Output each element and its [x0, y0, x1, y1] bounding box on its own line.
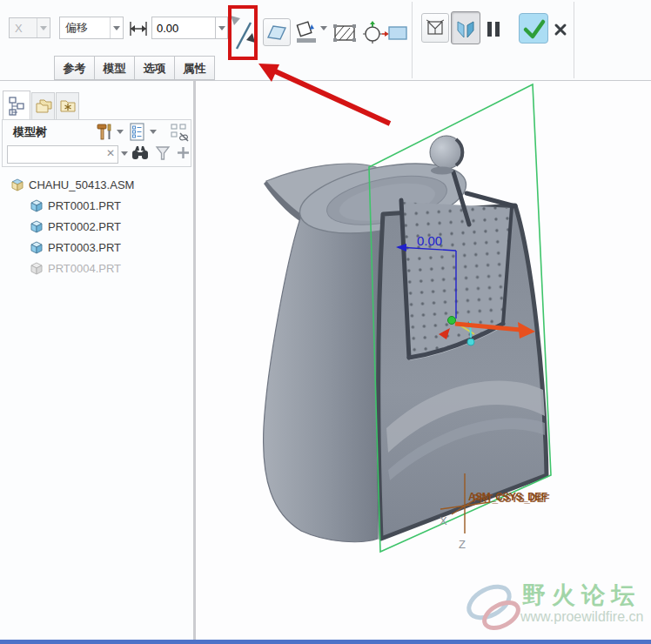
tab-model[interactable]: 模型: [94, 56, 135, 80]
tree-tools-dropdown[interactable]: [117, 130, 124, 134]
tree-display-dropdown[interactable]: [150, 130, 157, 134]
offset-value-dropdown[interactable]: [216, 17, 228, 39]
offset-distance-icon: [127, 18, 150, 39]
tree-display-button[interactable]: [130, 123, 145, 142]
tree-row-part-suppressed[interactable]: PRT0004.PRT: [30, 258, 121, 278]
part-label: PRT0001.PRT: [48, 199, 121, 212]
model-tree-panel: 模型树: [0, 81, 193, 644]
find-button[interactable]: [131, 144, 149, 162]
tree-hide-icon: [170, 123, 191, 144]
chevron-down-icon: [216, 17, 227, 38]
offset-value-input[interactable]: [151, 17, 216, 39]
ribbon-tab-bar: 参考 模型 选项 属性: [54, 56, 214, 80]
capped-section-cube-icon: [425, 17, 446, 38]
offset-type-value: 偏移: [60, 20, 110, 36]
pause-icon: [487, 22, 492, 37]
dashboard-toolbar: X 偏移: [0, 0, 651, 81]
search-dropdown[interactable]: [121, 151, 128, 156]
tab-model-tree[interactable]: [3, 91, 30, 120]
part-icon: [30, 219, 44, 233]
ok-button[interactable]: [519, 13, 548, 44]
part-label: PRT0004.PRT: [48, 262, 121, 275]
flip-material-side-toggle[interactable]: [451, 11, 480, 44]
axis-dropdown[interactable]: X: [9, 17, 50, 38]
hide-tree-items-button[interactable]: [170, 123, 191, 144]
fill-color-button[interactable]: [294, 19, 319, 45]
folder-stack-icon: [35, 98, 52, 115]
cancel-button[interactable]: [552, 21, 569, 38]
axis-dropdown-value: X: [10, 22, 37, 35]
bottom-border-bar: [0, 640, 651, 644]
tab-favorites[interactable]: [56, 92, 79, 120]
clear-search-icon[interactable]: ✕: [106, 147, 115, 159]
tree-row-part[interactable]: PRT0002.PRT: [30, 216, 121, 237]
display-rectangle-icon[interactable]: [388, 26, 407, 40]
offset-type-dropdown[interactable]: 偏移: [59, 17, 124, 39]
tree-tools-button[interactable]: [95, 123, 114, 142]
close-icon: [554, 23, 567, 37]
app-window: X 偏移: [0, 0, 651, 644]
folder-asterisk-icon: [59, 98, 77, 114]
tree-row-part[interactable]: PRT0003.PRT: [30, 237, 121, 258]
tree-search-input[interactable]: [7, 145, 118, 164]
model-tree-icon: [8, 97, 25, 116]
tools-icon: [95, 123, 114, 142]
assembly-label: CHAHU_50413.ASM: [29, 178, 134, 191]
flip-direction-button[interactable]: [232, 12, 254, 54]
folded-ribbon-icon: [454, 17, 477, 39]
toolbar-separator: [574, 2, 574, 78]
3d-viewport[interactable]: [196, 81, 651, 640]
funnel-icon: [155, 145, 171, 161]
part-icon: [30, 198, 44, 212]
part-suppressed-icon: [30, 261, 44, 275]
add-filter-button[interactable]: [177, 146, 190, 159]
paint-bucket-icon: [294, 19, 319, 45]
part-label: PRT0002.PRT: [48, 220, 121, 233]
tab-references[interactable]: 参考: [54, 56, 95, 80]
toolbar-separator: [412, 2, 413, 78]
hatch-pattern-icon[interactable]: [332, 23, 357, 43]
capped-section-toggle[interactable]: [421, 13, 449, 43]
watermark-site-url: www.proewildfire.cn: [520, 609, 643, 625]
assembly-icon: [10, 178, 24, 191]
check-icon: [520, 17, 547, 41]
part-label: PRT0003.PRT: [48, 241, 121, 254]
tree-row-assembly[interactable]: CHAHU_50413.ASM: [10, 174, 134, 195]
fill-color-dropdown[interactable]: [320, 26, 327, 30]
watermark-site-name: 野火论坛: [522, 580, 641, 611]
list-settings-icon: [130, 123, 145, 142]
plus-icon: [177, 146, 190, 159]
tab-layer-tree[interactable]: [31, 92, 55, 120]
chevron-down-icon: [110, 17, 123, 38]
chevron-down-icon: [37, 18, 50, 37]
tree-row-part[interactable]: PRT0001.PRT: [30, 195, 121, 216]
tab-properties[interactable]: 属性: [174, 56, 215, 80]
section-preview-button[interactable]: [263, 18, 291, 46]
tree-toolbar: 模型树: [2, 119, 191, 167]
binoculars-icon: [131, 144, 149, 162]
filter-button[interactable]: [155, 145, 171, 161]
panel-title: 模型树: [13, 124, 47, 140]
datum-csys-icon[interactable]: [360, 21, 390, 45]
section-plane-icon: [265, 23, 288, 42]
part-icon: [30, 240, 44, 254]
tab-options[interactable]: 选项: [134, 56, 175, 80]
pause-button[interactable]: [487, 22, 501, 37]
